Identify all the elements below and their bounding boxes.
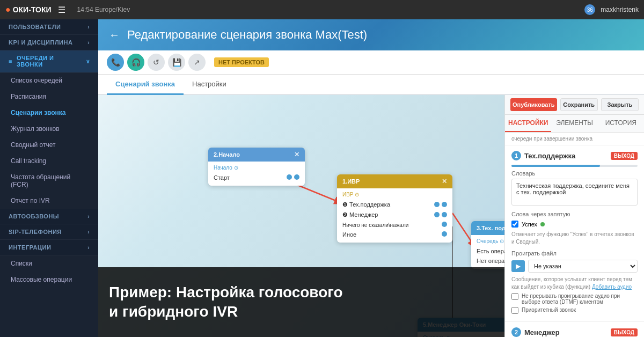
sidebar-item-autodials[interactable]: АВТООБЗВОНЫ ›	[0, 209, 98, 224]
sidebar-item-sip[interactable]: SIP-ТЕЛЕФОНИЯ ›	[0, 224, 98, 240]
clock: 14:54 Europe/Kiev	[77, 6, 130, 13]
content-area: ← Редактирование сценария звонка Max(Tes…	[98, 19, 644, 337]
success-checkbox-1[interactable]	[511, 221, 518, 228]
play-button-1[interactable]: ▶	[511, 260, 525, 272]
section-2-num: 2	[511, 327, 521, 337]
play-select-1[interactable]: Не указан	[528, 260, 638, 273]
node-ivr-body: ИВР ⊙ ❶ Тех.поддержка ❷ Менеджер Ничего …	[337, 188, 452, 243]
dict-input-1[interactable]: Техническая поддержка, соедините меня с …	[511, 179, 638, 206]
canvas-area[interactable]: 2.Начало ✕ Начало ⊙ Старт 1.ИВР	[98, 95, 504, 337]
right-panel-actions: Опубликовать Сохранить Закрыть	[505, 95, 644, 115]
chevron-icon: ›	[87, 24, 90, 30]
sidebar-item-scenarios[interactable]: Сценарии звонка	[0, 105, 98, 121]
node-ivr-row-silence: Ничего не сказали\нажали	[342, 220, 447, 230]
sidebar-item-mass-ops[interactable]: Массовые операции	[0, 272, 98, 288]
publish-button[interactable]: Опубликовать	[510, 98, 557, 111]
sidebar-item-ivr-report[interactable]: Отчет по IVR	[0, 193, 98, 209]
success-row-1: Успех	[511, 221, 638, 228]
sidebar: ПОЛЬЗОВАТЕЛИ › KPI И ДИСЦИПЛИНА › ≡ ОЧЕР…	[0, 19, 98, 337]
right-tab-history[interactable]: ИСТОРИЯ	[598, 115, 644, 132]
sidebar-item-summary[interactable]: Сводный отчет	[0, 137, 98, 153]
node-ivr-row-tech: ❶ Тех.поддержка	[342, 200, 447, 210]
panel-section-2: 2 Менеджер ВЫХОД Словарь Менеджер, соеди…	[505, 322, 644, 337]
right-tab-settings[interactable]: НАСТРОЙКИ	[505, 115, 551, 132]
node-ivr-close[interactable]: ✕	[442, 178, 447, 185]
chevron-icon: ∨	[86, 58, 90, 64]
sidebar-item-integrations[interactable]: ИНТЕГРАЦИИ ›	[0, 240, 98, 255]
panel-section-1: 1 Тех.поддержка ВЫХОД Словарь Техническа…	[505, 145, 644, 322]
node-ivr-row-other: Иное	[342, 230, 447, 239]
chevron-icon: ›	[87, 40, 90, 46]
no-interrupt-row-1: Не прерывать проигрывание аудио при выбо…	[511, 293, 638, 305]
sidebar-item-queue-list[interactable]: Список очередей	[0, 72, 98, 89]
section-1-slider[interactable]	[511, 165, 638, 167]
exit-badge-2[interactable]: ВЫХОД	[611, 328, 638, 336]
user-name: maxkhristenk	[601, 6, 639, 13]
logo-icon: ●	[5, 5, 11, 14]
top-bar: ● ОКИ-ТОКИ ☰ 14:54 Europe/Kiev 36 maxkhr…	[0, 0, 644, 19]
node-start-body: Начало ⊙ Старт	[208, 162, 305, 186]
node-tech[interactable]: 3.Тех. поддержка ✕ Очередь ⊙ Есть операт…	[471, 221, 504, 269]
hamburger-icon[interactable]: ☰	[58, 5, 65, 15]
sidebar-item-call-tracking[interactable]: Call tracking	[0, 153, 98, 169]
back-button[interactable]: ←	[109, 29, 120, 41]
logo: ● ОКИ-ТОКИ	[5, 5, 52, 14]
node-start[interactable]: 2.Начало ✕ Начало ⊙ Старт	[208, 148, 305, 186]
tabs: Сценарий звонка Настройки	[98, 75, 644, 95]
sidebar-item-lists[interactable]: Списки	[0, 255, 98, 272]
success-dot-1	[540, 222, 545, 226]
dict-label-1: Словарь	[511, 170, 638, 177]
sidebar-item-kpi[interactable]: KPI И ДИСЦИПЛИНА ›	[0, 35, 98, 50]
top-note: очереди при завершении звонка	[505, 133, 644, 145]
page-title: Редактирование сценария звонка Max(Test)	[127, 28, 367, 42]
chevron-icon: ›	[87, 214, 90, 219]
toolbar: 📞 🎧 ↺ 💾 ↗ НЕТ ПРОЕКТОВ	[98, 50, 644, 75]
node-tech-row-no-operator: Нет операторов	[477, 256, 504, 266]
top-bar-right: 36 maxkhristenk	[584, 4, 639, 15]
share-button[interactable]: ↗	[188, 54, 206, 71]
audio-note-1: Сообщение, которое услышит клиент перед …	[511, 276, 638, 291]
sidebar-icon: ≡	[9, 58, 12, 64]
node-ivr-label: 1.ИВР	[342, 178, 360, 185]
chevron-icon: ›	[87, 245, 90, 251]
sidebar-item-users[interactable]: ПОЛЬЗОВАТЕЛИ ›	[0, 19, 98, 35]
node-ivr-row-manager: ❷ Менеджер	[342, 210, 447, 220]
node-start-close[interactable]: ✕	[294, 151, 299, 158]
right-panel: Опубликовать Сохранить Закрыть НАСТРОЙКИ…	[504, 95, 644, 337]
svg-line-1	[452, 213, 474, 245]
main-layout: ПОЛЬЗОВАТЕЛИ › KPI И ДИСЦИПЛИНА › ≡ ОЧЕР…	[0, 19, 644, 337]
close-button-right[interactable]: Закрыть	[601, 98, 639, 111]
right-panel-tabs: НАСТРОЙКИ ЭЛЕМЕНТЫ ИСТОРИЯ	[505, 115, 644, 133]
section-1-num: 1	[511, 151, 521, 160]
rotate-button[interactable]: ↺	[148, 54, 165, 71]
comma-label-1: Слова через запятую	[511, 211, 638, 217]
sidebar-item-fcr[interactable]: Частота обращений (FCR)	[0, 169, 98, 193]
play-row-1: ▶ Не указан	[511, 260, 638, 273]
priority-checkbox-1[interactable]	[511, 307, 518, 314]
save-button[interactable]: 💾	[168, 54, 185, 71]
no-interrupt-checkbox-1[interactable]	[511, 293, 518, 300]
section-1-title: 1 Тех.поддержка ВЫХОД	[511, 151, 638, 160]
sidebar-item-schedules[interactable]: Расписания	[0, 89, 98, 105]
node-tech-row-operator: Есть оператор	[477, 246, 504, 256]
chevron-icon: ›	[87, 229, 90, 235]
save-button-right[interactable]: Сохранить	[560, 98, 598, 111]
exit-badge-1[interactable]: ВЫХОД	[611, 152, 638, 160]
node-tech-label: 3.Тех. поддержка	[477, 225, 504, 231]
no-projects-badge: НЕТ ПРОЕКТОВ	[214, 57, 269, 67]
sidebar-item-call-log[interactable]: Журнал звонков	[0, 121, 98, 137]
node-ivr[interactable]: 1.ИВР ✕ ИВР ⊙ ❶ Тех.поддержка ❷ Менеджер	[337, 174, 452, 243]
phone-button[interactable]: 📞	[107, 54, 124, 71]
add-audio-link-1[interactable]: Добавить аудио	[592, 284, 632, 290]
play-label-1: Проиграть файл	[511, 250, 638, 257]
priority-row-1: Приоритетный звонок	[511, 307, 638, 314]
headset-button[interactable]: 🎧	[127, 54, 144, 71]
right-tab-elements[interactable]: ЭЛЕМЕНТЫ	[551, 115, 597, 132]
success-note-1: Отмечает эту функцию "Успех" в отчетах з…	[511, 231, 638, 246]
tab-scenario[interactable]: Сценарий звонка	[107, 75, 184, 95]
notification-badge[interactable]: 36	[584, 4, 595, 15]
tab-settings[interactable]: Настройки	[184, 75, 235, 95]
section-2-title: 2 Менеджер ВЫХОД	[511, 327, 638, 337]
sidebar-item-queues[interactable]: ≡ ОЧЕРЕДИ И ЗВОНКИ ∨	[0, 50, 98, 72]
overlay-banner: Пример: Настройка голосового и гибридног…	[98, 267, 504, 337]
